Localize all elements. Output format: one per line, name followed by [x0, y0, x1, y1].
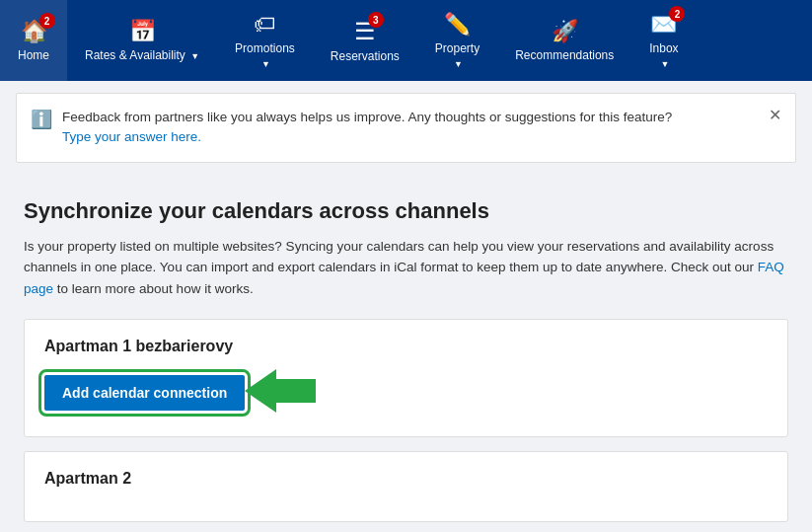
property-card-1: Apartman 1 bezbarierovy Add calendar con…	[24, 319, 788, 437]
promotions-chevron: ▼	[261, 59, 270, 69]
feedback-link[interactable]: Type your answer here.	[62, 129, 201, 144]
rates-icon: 📅	[129, 19, 156, 44]
nav-recommendations[interactable]: 🚀 Recommendations	[497, 0, 631, 81]
arrow-icon	[245, 369, 316, 417]
desc-text-part1: Is your property listed on multiple webs…	[24, 239, 774, 275]
feedback-banner: ℹ️ Feedback from partners like you alway…	[16, 93, 796, 163]
nav-recommendations-label: Recommendations	[515, 48, 614, 62]
nav-inbox[interactable]: ✉️ 2 Inbox ▼	[631, 0, 696, 81]
nav-rates-label: Rates & Availability ▼	[85, 48, 199, 62]
feedback-text: Feedback from partners like you always h…	[62, 110, 672, 124]
nav-property-label: Property	[435, 41, 480, 55]
promotions-icon: 🏷	[254, 12, 275, 38]
nav-reservations-label: Reservations	[331, 49, 400, 63]
button-row-1: Add calendar connection	[44, 369, 768, 417]
svg-marker-0	[245, 369, 316, 413]
property-name-2: Apartman 2	[44, 470, 768, 488]
nav-inbox-label: Inbox	[649, 41, 678, 55]
home-icon: 🏠 2	[21, 19, 47, 44]
nav-promotions-label: Promotions	[235, 41, 295, 55]
nav-reservations[interactable]: ☰ 3 Reservations	[313, 0, 417, 81]
inbox-icon: ✉️ 2	[650, 12, 677, 38]
inbox-badge: 2	[669, 6, 685, 22]
page-description: Is your property listed on multiple webs…	[24, 236, 788, 300]
nav-home-label: Home	[18, 48, 49, 62]
home-badge: 2	[39, 13, 55, 29]
property-icon: ✏️	[444, 12, 471, 38]
close-banner-button[interactable]: ✕	[769, 106, 781, 124]
info-icon: ℹ️	[31, 109, 52, 130]
nav-rates[interactable]: 📅 Rates & Availability ▼	[67, 0, 217, 81]
main-navigation: 🏠 2 Home 📅 Rates & Availability ▼ 🏷 Prom…	[0, 0, 812, 81]
nav-property[interactable]: ✏️ Property ▼	[417, 0, 497, 81]
feedback-content: Feedback from partners like you always h…	[62, 108, 672, 148]
inbox-chevron: ▼	[660, 59, 669, 69]
desc-text-part2: to learn more about how it works.	[53, 281, 254, 296]
main-content: Synchronize your calendars across channe…	[0, 175, 812, 523]
nav-home[interactable]: 🏠 2 Home	[0, 0, 67, 81]
page-title: Synchronize your calendars across channe…	[24, 198, 788, 224]
property-name-1: Apartman 1 bezbarierovy	[44, 338, 768, 355]
property-card-2: Apartman 2	[24, 451, 788, 522]
property-chevron: ▼	[454, 59, 463, 69]
nav-promotions[interactable]: 🏷 Promotions ▼	[217, 0, 313, 81]
recommendations-icon: 🚀	[552, 19, 578, 44]
add-calendar-button-1[interactable]: Add calendar connection	[44, 375, 245, 411]
reservations-icon: ☰ 3	[354, 18, 376, 45]
reservations-badge: 3	[368, 12, 384, 28]
